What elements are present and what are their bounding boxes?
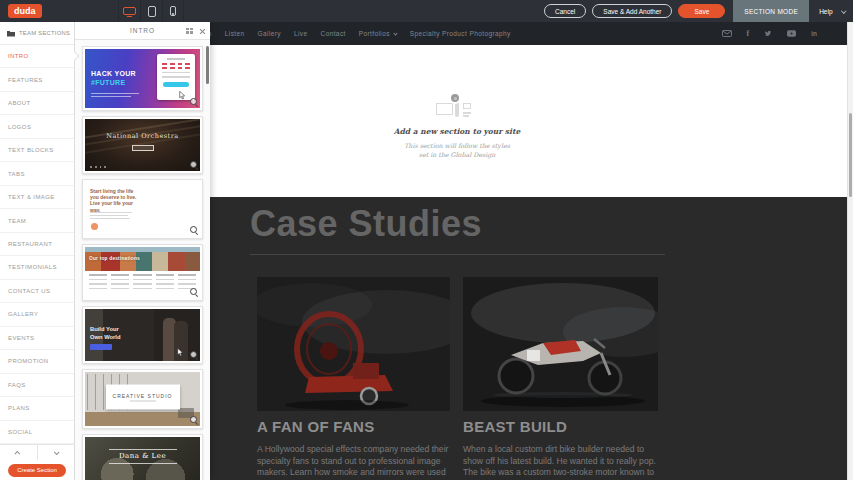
cta-button [90,344,112,350]
sidebar-item-label: TESTIMONIALS [8,264,57,270]
sidebar-item-intro[interactable]: INTRO [0,45,74,68]
zoom-preview-icon[interactable] [190,351,198,359]
intro-templates-panel: INTRO HACK YOUR #FUTURE [75,22,210,480]
panel-title: INTRO [130,27,155,34]
template-subtitle: #FUTURE [91,79,125,86]
section-layout-icon [455,98,459,116]
nav-item-listen[interactable]: Listen [225,30,245,37]
nav-item-contact[interactable]: Contact [321,30,346,37]
scroll-down-button[interactable] [38,445,75,460]
template-title: National Orchestra [85,132,200,140]
template-title: CREATIVE STUDIO [113,392,173,398]
case-study-title: A FAN OF FANS [257,418,450,435]
template-build-your-own-world[interactable]: Build Your Own World [82,306,203,364]
save-button[interactable]: Save [678,4,725,18]
template-top-destinations[interactable]: Our top destinations [82,244,203,301]
template-creative-studio[interactable]: CREATIVE STUDIO [82,369,203,429]
folder-icon [7,30,15,37]
template-national-orchestra[interactable]: National Orchestra [82,116,203,174]
cursor-icon [179,91,186,100]
template-hack-your-future[interactable]: HACK YOUR #FUTURE [82,46,203,111]
grid-view-icon[interactable] [186,28,193,34]
close-panel-icon[interactable] [199,28,205,34]
sidebar-item-text-blocks[interactable]: TEXT BLOCKS [0,139,74,162]
facebook-icon[interactable]: f [747,29,750,38]
duda-logo[interactable]: duda [8,4,42,18]
zoom-preview-icon[interactable] [190,161,198,169]
duda-section-mode-editor: io Listen Gallery Live Contact Portfolio… [0,0,853,480]
section-mode-badge: SECTION MODE [733,0,809,22]
sidebar-item-label: SOCIAL [8,429,32,435]
sidebar-item-events[interactable]: EVENTS [0,327,74,350]
sidebar-item-team[interactable]: TEAM [0,209,74,232]
zoom-preview-icon[interactable] [190,416,198,424]
case-study-body: When a local custom dirt bike builder ne… [463,444,658,480]
sidebar-item-logos[interactable]: LOGOS [0,115,74,138]
create-section-button[interactable]: Create Section [8,464,66,477]
zoom-preview-icon[interactable] [190,98,198,106]
sidebar-item-faqs[interactable]: FAQS [0,374,74,397]
sidebar-item-contact-us[interactable]: CONTACT US [0,280,74,303]
template-live-your-life[interactable]: Start living the life you deserve to liv… [82,179,203,239]
sidebar-item-label: CONTACT US [8,288,50,294]
add-section-placeholder[interactable]: Add a new section to your site This sect… [342,98,572,159]
sidebar-item-plans[interactable]: PLANS [0,397,74,420]
sidebar-item-label: ABOUT [8,100,31,106]
page-scrollbar-thumb[interactable] [849,113,852,197]
template-title-line1: Build Your [90,326,121,334]
editor-toolbar: duda Cancel Save & Add Another Save SECT… [0,0,853,22]
placeholder-subtitle: This section will follow the styles set … [342,141,572,159]
template-title-line2: Own World [90,334,121,342]
nav-item-gallery[interactable]: Gallery [258,30,281,37]
sidebar-item-gallery[interactable]: GALLERY [0,303,74,326]
device-switcher [118,0,184,22]
scroll-up-button[interactable] [0,445,38,460]
case-study-card: A FAN OF FANS A Hollywood special effect… [257,277,450,480]
mobile-view-button[interactable] [162,0,184,22]
save-and-add-another-button[interactable]: Save & Add Another [592,4,672,18]
tablet-view-button[interactable] [140,0,162,22]
desktop-view-button[interactable] [118,0,140,22]
signup-form-card [157,54,195,100]
template-dana-and-lee[interactable]: Dana & Lee [82,434,203,480]
sidebar-item-features[interactable]: FEATURES [0,68,74,91]
overlay-card: CREATIVE STUDIO [106,384,180,409]
tablet-icon [148,6,156,17]
sidebar-category-list: INTRO FEATURES ABOUT LOGOS TEXT BLOCKS T… [0,45,74,444]
cancel-button[interactable]: Cancel [544,4,586,18]
page-scrollbar[interactable] [847,22,853,480]
template-title: Start living the life you deserve to liv… [90,188,140,213]
panel-scrollbar-thumb[interactable] [206,46,209,84]
template-title: HACK YOUR [91,70,136,77]
chevron-down-icon[interactable] [841,8,846,13]
case-study-body: A Hollywood special effects company need… [257,444,450,480]
sidebar-item-label: TEAM [8,218,26,224]
chevron-up-icon [15,450,21,456]
sidebar-item-restaurant[interactable]: RESTAURANT [0,233,74,256]
accent-dot [91,223,98,230]
sidebar-item-label: FEATURES [8,77,43,83]
social-links: f in [722,29,817,38]
nav-item-portfolios[interactable]: Portfolios [359,30,397,37]
zoom-preview-icon[interactable] [190,288,198,296]
sidebar-item-tabs[interactable]: TABS [0,162,74,185]
desktop-icon [123,7,136,15]
sidebar-item-social[interactable]: SOCIAL [0,421,74,444]
template-title: Our top destinations [89,256,140,261]
sidebar-item-text-image[interactable]: TEXT & IMAGE [0,186,74,209]
linkedin-icon[interactable]: in [811,30,817,37]
twitter-icon[interactable] [764,30,772,37]
nav-item-live[interactable]: Live [294,30,308,37]
sidebar-item-testimonials[interactable]: TESTIMONIALS [0,256,74,279]
nav-item-specialty-product-photography[interactable]: Specialty Product Photography [410,30,511,37]
help-menu[interactable]: Help [819,8,832,15]
sidebar-item-about[interactable]: ABOUT [0,92,74,115]
placeholder-title: Add a new section to your site [342,127,572,136]
email-icon[interactable] [722,30,732,37]
zoom-preview-icon[interactable] [190,226,198,234]
youtube-icon[interactable] [787,30,796,37]
sidebar-item-promotion[interactable]: PROMOTION [0,350,74,373]
case-study-card: BEAST BUILD When a local custom dirt bik… [463,277,658,480]
sidebar-item-label: PROMOTION [8,358,49,364]
sidebar-header-label: TEAM SECTIONS [19,30,70,36]
